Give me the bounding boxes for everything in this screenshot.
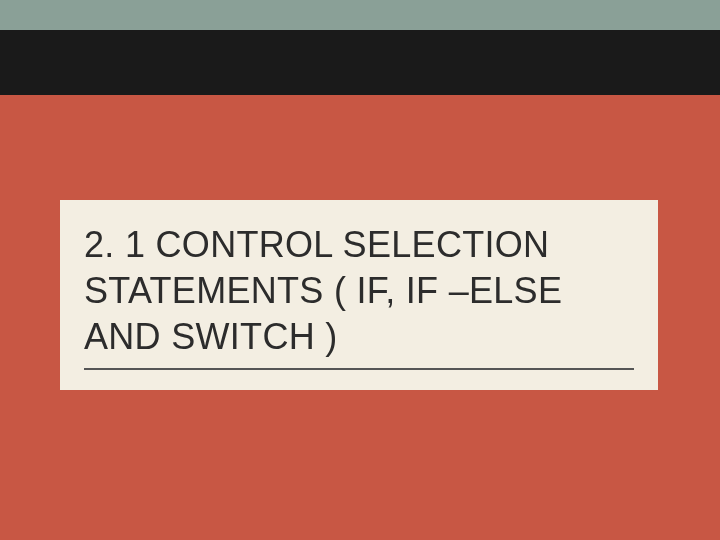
title-container: 2. 1 CONTROL SELECTION STATEMENTS ( IF, … [60,200,658,390]
header-black-bar [0,30,720,95]
slide-title: 2. 1 CONTROL SELECTION STATEMENTS ( IF, … [84,222,634,370]
slide: 2. 1 CONTROL SELECTION STATEMENTS ( IF, … [0,0,720,540]
